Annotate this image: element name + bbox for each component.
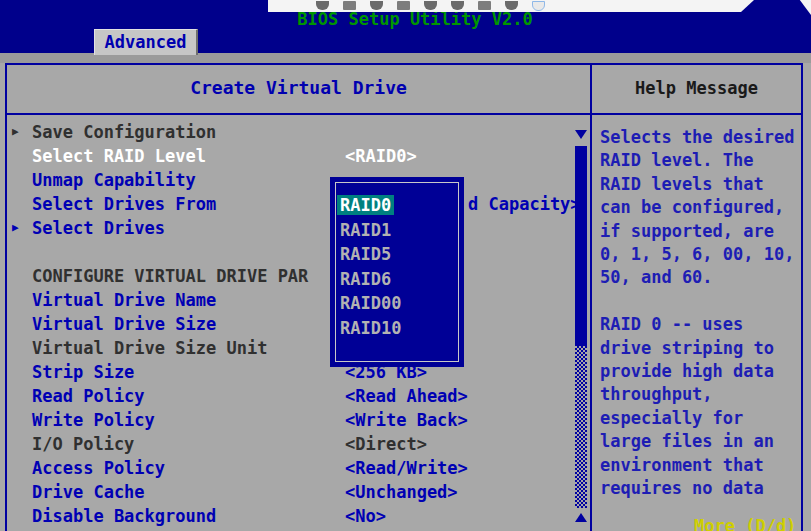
item-label: Write Policy [32,408,155,432]
item-label: Drive Cache [32,480,145,504]
item-value: <Read Ahead> [345,384,468,408]
toolbar-icon-fragment [451,1,464,10]
toolbar-icon-fragment [316,1,329,10]
list-item-io-policy: I/O Policy <Direct> [7,432,574,456]
submenu-arrow-icon: ▶ [12,216,19,240]
dropdown-option-raid0[interactable]: RAID0 [340,193,401,218]
list-section-configure-parameters: CONFIGURE VIRTUAL DRIVE PAR [7,264,574,288]
submenu-arrow-icon: ▶ [12,120,19,144]
dropdown-option-raid10[interactable]: RAID10 [340,316,401,341]
toolbar-icon-fragment [478,1,491,10]
item-value: <Read/Write> [345,456,468,480]
scrollbar-up-arrow-icon[interactable] [575,513,587,522]
dropdown-option-raid1[interactable]: RAID1 [340,218,401,243]
toolbar-icon-fragment [397,1,410,10]
tab-advanced[interactable]: Advanced [94,29,198,55]
bios-setup-screen: BIOS Setup Utility V2.0 Advanced Create … [0,0,811,531]
console-toolbar-fragment [268,0,754,12]
item-value: <Direct> [345,432,427,456]
selected-option: RAID0 [337,195,394,215]
item-label: Virtual Drive Name [32,288,216,312]
page-title: Create Virtual Drive [7,65,590,111]
settings-list: ▶ Save Configuration Select RAID Level <… [7,120,574,528]
item-label: I/O Policy [32,432,134,456]
item-label: Virtual Drive Size Unit [32,336,267,360]
item-label: Select Drives [32,216,165,240]
scrollbar-track[interactable] [575,346,587,508]
list-item-select-drives[interactable]: ▶ Select Drives [7,216,574,240]
toolbar-icon-fragment [424,1,437,10]
list-item-strip-size[interactable]: Strip Size <256 KB> [7,360,574,384]
dropdown-options: RAID0 RAID1 RAID5 RAID6 RAID00 RAID10 [340,193,401,340]
toolbar-icon-fragment [505,1,518,10]
dropdown-option-raid5[interactable]: RAID5 [340,242,401,267]
list-item-virtual-drive-name[interactable]: Virtual Drive Name [7,288,574,312]
item-value: <No> [345,504,386,528]
header-row: Create Virtual Drive Help Message [7,65,801,115]
item-label: Save Configuration [32,120,216,144]
item-value: <Unchanged> [345,480,458,504]
scrollbar-thumb[interactable] [575,146,587,346]
list-item-virtual-drive-size-unit: Virtual Drive Size Unit [7,336,574,360]
list-item-write-policy[interactable]: Write Policy <Write Back> [7,408,574,432]
bios-title: BIOS Setup Utility V2.0 [0,9,811,29]
scrollbar-down-arrow-icon[interactable] [575,130,587,139]
item-label: Access Policy [32,456,165,480]
section-label: CONFIGURE VIRTUAL DRIVE PAR [32,264,308,288]
list-item-select-raid-level[interactable]: Select RAID Level <RAID0> [7,144,574,168]
list-item-disable-background[interactable]: Disable Background <No> [7,504,574,528]
help-panel-title: Help Message [592,65,801,111]
item-label: Read Policy [32,384,145,408]
item-value: <Write Back> [345,408,468,432]
list-item-access-policy[interactable]: Access Policy <Read/Write> [7,456,574,480]
raid-level-dropdown: RAID0 RAID1 RAID5 RAID6 RAID00 RAID10 [330,177,464,367]
item-value: <RAID0> [345,144,417,168]
item-label: Select Drives From [32,192,216,216]
item-label: Select RAID Level [32,144,206,168]
list-item-unmap-capability[interactable]: Unmap Capability [7,168,574,192]
panel-divider [590,65,592,531]
item-label: Unmap Capability [32,168,196,192]
help-more-indicator: More (D/d) [694,516,796,531]
item-value: d Capacity> [468,192,581,216]
list-item-read-policy[interactable]: Read Policy <Read Ahead> [7,384,574,408]
toolbar-icon-fragment [370,1,383,10]
help-message-text: Selects the desired RAID level. The RAID… [600,126,798,501]
dropdown-option-raid6[interactable]: RAID6 [340,267,401,292]
toolbar-checkbox-icon [532,1,545,11]
dropdown-option-raid00[interactable]: RAID00 [340,291,401,316]
toolbar-icon-fragment [343,1,356,10]
list-scrollbar[interactable] [574,128,588,531]
list-item-save-configuration: ▶ Save Configuration [7,120,574,144]
list-item-virtual-drive-size[interactable]: Virtual Drive Size [7,312,574,336]
item-label: Strip Size [32,360,134,384]
item-label: Disable Background [32,504,216,528]
list-spacer [7,240,574,264]
list-item-drive-cache[interactable]: Drive Cache <Unchanged> [7,480,574,504]
item-label: Virtual Drive Size [32,312,216,336]
list-item-select-drives-from[interactable]: Select Drives From d Capacity> [7,192,574,216]
